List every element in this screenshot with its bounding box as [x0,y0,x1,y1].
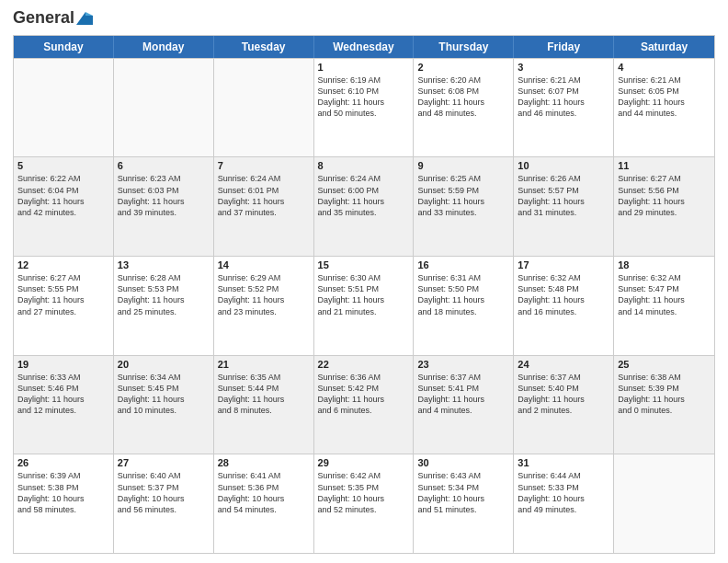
day-number: 7 [218,160,310,171]
cal-cell: 26Sunrise: 6:39 AM Sunset: 5:38 PM Dayli… [14,454,114,553]
day-number: 1 [318,62,410,73]
day-info: Sunrise: 6:44 AM Sunset: 5:33 PM Dayligh… [518,470,609,515]
cal-cell: 28Sunrise: 6:41 AM Sunset: 5:36 PM Dayli… [214,454,314,553]
cal-cell: 15Sunrise: 6:30 AM Sunset: 5:51 PM Dayli… [314,257,415,355]
weekday-header-friday: Friday [514,36,614,58]
day-number: 15 [318,259,410,270]
cal-cell: 3Sunrise: 6:21 AM Sunset: 6:07 PM Daylig… [514,59,614,157]
calendar-row-3: 12Sunrise: 6:27 AM Sunset: 5:55 PM Dayli… [14,256,714,355]
day-info: Sunrise: 6:22 AM Sunset: 6:04 PM Dayligh… [17,173,109,218]
day-info: Sunrise: 6:20 AM Sunset: 6:08 PM Dayligh… [417,75,509,120]
cal-cell [114,59,214,157]
day-info: Sunrise: 6:27 AM Sunset: 5:56 PM Dayligh… [618,173,711,218]
day-number: 5 [17,160,109,171]
day-number: 27 [118,457,210,468]
day-info: Sunrise: 6:21 AM Sunset: 6:07 PM Dayligh… [518,75,609,120]
day-number: 25 [618,359,711,370]
calendar-row-4: 19Sunrise: 6:33 AM Sunset: 5:46 PM Dayli… [14,355,714,454]
cal-cell [214,59,314,157]
day-number: 11 [618,160,711,171]
cal-cell [14,59,114,157]
day-number: 17 [518,259,609,270]
day-info: Sunrise: 6:41 AM Sunset: 5:36 PM Dayligh… [218,470,310,515]
day-info: Sunrise: 6:19 AM Sunset: 6:10 PM Dayligh… [318,75,410,120]
day-info: Sunrise: 6:30 AM Sunset: 5:51 PM Dayligh… [318,272,410,317]
day-number: 31 [518,457,609,468]
day-info: Sunrise: 6:38 AM Sunset: 5:39 PM Dayligh… [618,372,711,417]
day-number: 26 [17,457,109,468]
day-number: 16 [417,259,509,270]
day-info: Sunrise: 6:37 AM Sunset: 5:41 PM Dayligh… [417,372,509,417]
cal-cell: 24Sunrise: 6:37 AM Sunset: 5:40 PM Dayli… [514,356,614,454]
day-number: 19 [17,359,109,370]
cal-cell: 2Sunrise: 6:20 AM Sunset: 6:08 PM Daylig… [414,59,514,157]
cal-cell: 1Sunrise: 6:19 AM Sunset: 6:10 PM Daylig… [314,59,415,157]
cal-cell: 25Sunrise: 6:38 AM Sunset: 5:39 PM Dayli… [614,356,714,454]
day-number: 18 [618,259,711,270]
day-number: 3 [518,62,609,73]
cal-cell: 8Sunrise: 6:24 AM Sunset: 6:00 PM Daylig… [314,157,415,256]
cal-cell: 21Sunrise: 6:35 AM Sunset: 5:44 PM Dayli… [214,356,314,454]
day-info: Sunrise: 6:24 AM Sunset: 6:00 PM Dayligh… [318,173,410,218]
day-number: 28 [218,457,310,468]
day-info: Sunrise: 6:35 AM Sunset: 5:44 PM Dayligh… [218,372,310,417]
cal-cell: 12Sunrise: 6:27 AM Sunset: 5:55 PM Dayli… [14,257,114,355]
cal-cell: 16Sunrise: 6:31 AM Sunset: 5:50 PM Dayli… [414,257,514,355]
cal-cell: 11Sunrise: 6:27 AM Sunset: 5:56 PM Dayli… [614,157,714,256]
day-number: 23 [417,359,509,370]
day-number: 2 [417,62,509,73]
cal-cell: 14Sunrise: 6:29 AM Sunset: 5:52 PM Dayli… [214,257,314,355]
day-number: 24 [518,359,609,370]
logo-icon [76,12,93,25]
day-info: Sunrise: 6:27 AM Sunset: 5:55 PM Dayligh… [17,272,109,317]
day-number: 21 [218,359,310,370]
day-info: Sunrise: 6:32 AM Sunset: 5:48 PM Dayligh… [518,272,609,317]
day-number: 20 [118,359,210,370]
cal-cell: 6Sunrise: 6:23 AM Sunset: 6:03 PM Daylig… [114,157,214,256]
weekday-header-wednesday: Wednesday [314,36,415,58]
day-info: Sunrise: 6:43 AM Sunset: 5:34 PM Dayligh… [417,470,509,515]
logo-general: General [13,8,74,27]
calendar-header: SundayMondayTuesdayWednesdayThursdayFrid… [14,36,714,58]
day-info: Sunrise: 6:21 AM Sunset: 6:05 PM Dayligh… [618,75,711,120]
svg-marker-1 [85,12,93,16]
cal-cell: 30Sunrise: 6:43 AM Sunset: 5:34 PM Dayli… [414,454,514,553]
cal-cell: 9Sunrise: 6:25 AM Sunset: 5:59 PM Daylig… [414,157,514,256]
day-info: Sunrise: 6:28 AM Sunset: 5:53 PM Dayligh… [118,272,210,317]
day-info: Sunrise: 6:42 AM Sunset: 5:35 PM Dayligh… [318,470,410,515]
day-info: Sunrise: 6:26 AM Sunset: 5:57 PM Dayligh… [518,173,609,218]
day-info: Sunrise: 6:33 AM Sunset: 5:46 PM Dayligh… [17,372,109,417]
svg-marker-0 [76,12,93,25]
day-number: 12 [17,259,109,270]
header: General [13,9,715,28]
weekday-header-tuesday: Tuesday [214,36,314,58]
cal-cell: 13Sunrise: 6:28 AM Sunset: 5:53 PM Dayli… [114,257,214,355]
day-number: 8 [318,160,410,171]
day-info: Sunrise: 6:34 AM Sunset: 5:45 PM Dayligh… [118,372,210,417]
day-number: 30 [417,457,509,468]
day-number: 22 [318,359,410,370]
cal-cell: 4Sunrise: 6:21 AM Sunset: 6:05 PM Daylig… [614,59,714,157]
day-info: Sunrise: 6:23 AM Sunset: 6:03 PM Dayligh… [118,173,210,218]
cal-cell: 29Sunrise: 6:42 AM Sunset: 5:35 PM Dayli… [314,454,415,553]
day-number: 13 [118,259,210,270]
day-number: 4 [618,62,711,73]
day-info: Sunrise: 6:24 AM Sunset: 6:01 PM Dayligh… [218,173,310,218]
day-info: Sunrise: 6:25 AM Sunset: 5:59 PM Dayligh… [417,173,509,218]
cal-cell: 27Sunrise: 6:40 AM Sunset: 5:37 PM Dayli… [114,454,214,553]
calendar-body: 1Sunrise: 6:19 AM Sunset: 6:10 PM Daylig… [14,58,714,553]
calendar-row-2: 5Sunrise: 6:22 AM Sunset: 6:04 PM Daylig… [14,156,714,256]
cal-cell: 5Sunrise: 6:22 AM Sunset: 6:04 PM Daylig… [14,157,114,256]
day-number: 14 [218,259,310,270]
day-info: Sunrise: 6:39 AM Sunset: 5:38 PM Dayligh… [17,470,109,515]
cal-cell: 19Sunrise: 6:33 AM Sunset: 5:46 PM Dayli… [14,356,114,454]
cal-cell: 7Sunrise: 6:24 AM Sunset: 6:01 PM Daylig… [214,157,314,256]
logo: General [13,9,93,28]
calendar-row-1: 1Sunrise: 6:19 AM Sunset: 6:10 PM Daylig… [14,58,714,157]
cal-cell: 23Sunrise: 6:37 AM Sunset: 5:41 PM Dayli… [414,356,514,454]
day-info: Sunrise: 6:37 AM Sunset: 5:40 PM Dayligh… [518,372,609,417]
day-number: 6 [118,160,210,171]
weekday-header-saturday: Saturday [614,36,714,58]
day-info: Sunrise: 6:29 AM Sunset: 5:52 PM Dayligh… [218,272,310,317]
cal-cell: 31Sunrise: 6:44 AM Sunset: 5:33 PM Dayli… [514,454,614,553]
